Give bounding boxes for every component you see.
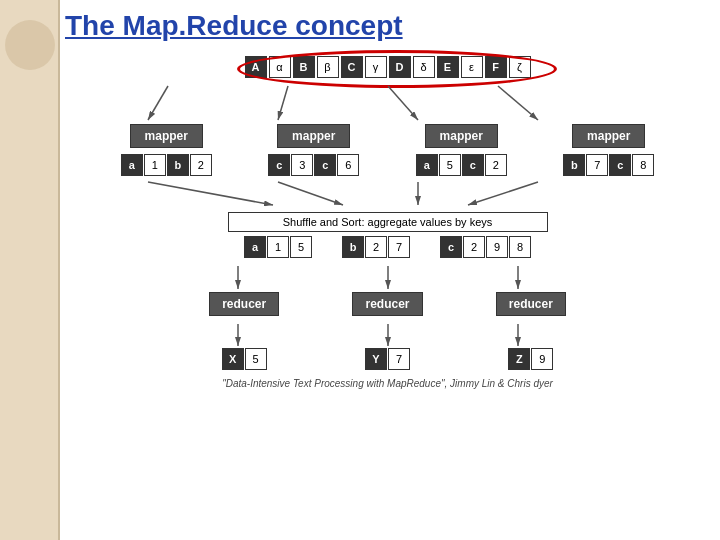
- final-key: Y: [365, 348, 387, 370]
- output-cell: c: [462, 154, 484, 176]
- input-cell: E: [437, 56, 459, 78]
- mapper-box-0: mapper: [130, 124, 203, 148]
- output-cell: 1: [144, 154, 166, 176]
- left-border-decoration: [0, 0, 60, 540]
- final-row: X5Y7Z9: [83, 348, 693, 370]
- output-cell: 7: [586, 154, 608, 176]
- decorative-circle: [5, 20, 55, 70]
- input-cell: A: [245, 56, 267, 78]
- input-oval-wrapper: AαBβCγDδEεFζ: [245, 56, 531, 78]
- agg-row: a15b27c298: [83, 236, 693, 258]
- agg-value: 1: [267, 236, 289, 258]
- output-cell: 5: [439, 154, 461, 176]
- input-cell: B: [293, 56, 315, 78]
- final-key: X: [222, 348, 244, 370]
- output-cell: 8: [632, 154, 654, 176]
- agg-group-1: b27: [342, 236, 410, 258]
- svg-line-3: [388, 86, 418, 120]
- output-cell: b: [563, 154, 585, 176]
- output-cell: c: [609, 154, 631, 176]
- shuffle-arrows: [88, 180, 688, 208]
- reducer-arrows: [88, 264, 688, 292]
- agg-key: c: [440, 236, 462, 258]
- agg-value: 7: [388, 236, 410, 258]
- input-cell: ε: [461, 56, 483, 78]
- svg-line-1: [148, 86, 168, 120]
- agg-value: 2: [365, 236, 387, 258]
- mapper-box-2: mapper: [425, 124, 498, 148]
- output-cells-row: a1b2c3c6a5c2b7c8: [83, 154, 693, 176]
- output-cell: 6: [337, 154, 359, 176]
- page-title: The Map.Reduce concept: [65, 10, 710, 42]
- svg-line-6: [148, 182, 273, 205]
- input-cell: ζ: [509, 56, 531, 78]
- agg-value: 5: [290, 236, 312, 258]
- mapper-row: mappermappermappermapper: [83, 124, 693, 148]
- agg-value: 8: [509, 236, 531, 258]
- mapper-output-group-2: a5c2: [416, 154, 507, 176]
- mapper-box-3: mapper: [572, 124, 645, 148]
- reducer-box-1: reducer: [352, 292, 422, 316]
- shuffle-box: Shuffle and Sort: aggregate values by ke…: [228, 212, 548, 232]
- output-cell: 2: [485, 154, 507, 176]
- final-group-2: Z9: [508, 348, 553, 370]
- final-arrows: [88, 322, 688, 348]
- mapper-output-group-0: a1b2: [121, 154, 212, 176]
- diagonal-arrows: [88, 84, 688, 124]
- svg-line-9: [468, 182, 538, 205]
- output-cell: 3: [291, 154, 313, 176]
- diagram: AαBβCγDδEεFζ mappermappermappermapper a1…: [83, 56, 693, 389]
- input-cell: γ: [365, 56, 387, 78]
- input-cells: AαBβCγDδEεFζ: [245, 56, 531, 78]
- agg-value: 2: [463, 236, 485, 258]
- reducer-box-0: reducer: [209, 292, 279, 316]
- mapper-output-group-3: b7c8: [563, 154, 654, 176]
- output-cell: a: [121, 154, 143, 176]
- reducer-box-2: reducer: [496, 292, 566, 316]
- input-cell: δ: [413, 56, 435, 78]
- input-cell: C: [341, 56, 363, 78]
- output-cell: 2: [190, 154, 212, 176]
- final-value: 7: [388, 348, 410, 370]
- final-key: Z: [508, 348, 530, 370]
- agg-key: b: [342, 236, 364, 258]
- output-cell: c: [268, 154, 290, 176]
- mapper-box-1: mapper: [277, 124, 350, 148]
- output-cell: c: [314, 154, 336, 176]
- final-group-0: X5: [222, 348, 267, 370]
- output-cell: b: [167, 154, 189, 176]
- agg-value: 9: [486, 236, 508, 258]
- svg-line-4: [498, 86, 538, 120]
- agg-group-0: a15: [244, 236, 312, 258]
- svg-line-2: [278, 86, 288, 120]
- agg-group-2: c298: [440, 236, 531, 258]
- input-cell: F: [485, 56, 507, 78]
- mapper-output-group-1: c3c6: [268, 154, 359, 176]
- agg-key: a: [244, 236, 266, 258]
- citation: "Data-Intensive Text Processing with Map…: [83, 378, 693, 389]
- input-cell: D: [389, 56, 411, 78]
- main-content: The Map.Reduce concept AαBβCγDδEεFζ mapp…: [65, 10, 710, 530]
- final-value: 5: [245, 348, 267, 370]
- output-cell: a: [416, 154, 438, 176]
- final-group-1: Y7: [365, 348, 410, 370]
- final-value: 9: [531, 348, 553, 370]
- reducer-row: reducerreducerreducer: [83, 292, 693, 316]
- input-cell: β: [317, 56, 339, 78]
- input-row: AαBβCγDδEεFζ: [83, 56, 693, 78]
- input-cell: α: [269, 56, 291, 78]
- svg-line-7: [278, 182, 343, 205]
